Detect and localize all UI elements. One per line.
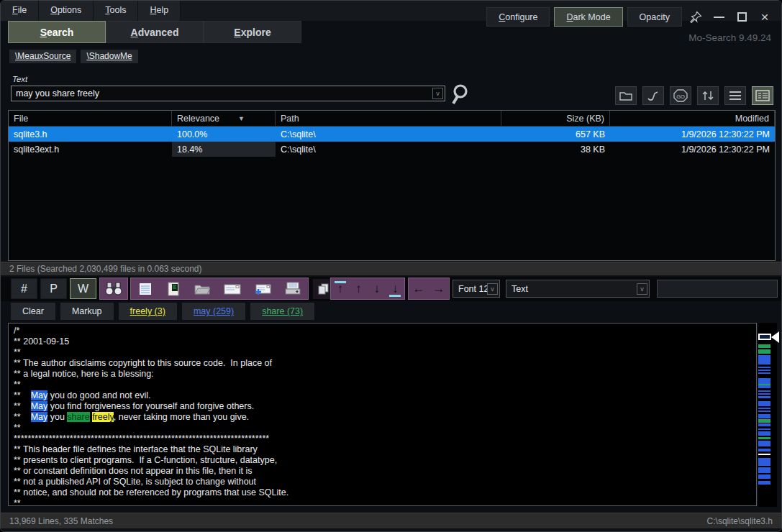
column-header-modified[interactable]: Modified	[610, 111, 775, 126]
code-text: ** presents to client programs. If a C-f…	[14, 455, 277, 465]
preview-toolbar: #PW ↑↑↓↓ ←→ Font 12 v Text v	[1, 277, 781, 301]
code-line: ** notice, and should not be referenced …	[14, 487, 756, 498]
minimap-segment	[758, 370, 770, 371]
preview-filter-input[interactable]	[657, 280, 778, 298]
maximize-icon	[737, 12, 747, 22]
minimap-segment	[758, 355, 770, 364]
menu-item-tools[interactable]: Tools	[94, 1, 138, 21]
match-tab-clear[interactable]: Clear	[11, 303, 55, 320]
view-type-value: Text	[506, 284, 637, 294]
menu-item-help[interactable]: Help	[138, 1, 181, 21]
minimize-button[interactable]	[709, 8, 728, 27]
column-header-file[interactable]: File	[9, 111, 172, 126]
minimap-segment	[758, 474, 770, 479]
svg-text:GO: GO	[676, 93, 685, 100]
dark-mode-label: ark Mode	[573, 12, 611, 22]
list-view-button[interactable]	[724, 86, 746, 105]
column-header-size-kb[interactable]: Size (KB)	[501, 111, 610, 126]
pin-icon[interactable]	[686, 8, 705, 27]
source-link-meauxsource[interactable]: \MeauxSource	[9, 50, 76, 63]
bottom-icon[interactable]: ↓	[387, 280, 403, 298]
text-mode-button-hash[interactable]: #	[11, 278, 37, 299]
minimap-segment	[758, 393, 770, 395]
sort-arrows-button[interactable]	[697, 86, 719, 105]
tab-advanced[interactable]: Advanced	[106, 21, 204, 43]
table-row[interactable]: sqlite3.h100.0%C:\sqlite\657 KB1/9/2026 …	[9, 127, 775, 142]
match-tab-markup[interactable]: Markup	[60, 303, 114, 320]
binoculars-button[interactable]	[99, 278, 128, 300]
details-view-button[interactable]	[752, 86, 773, 105]
left-icon[interactable]: ←	[411, 280, 427, 298]
search-button[interactable]	[450, 82, 474, 106]
top-icon[interactable]: ↑	[332, 280, 348, 298]
configure-button[interactable]: Configure	[486, 7, 550, 27]
maximize-button[interactable]	[732, 8, 751, 27]
minimap-segment	[758, 414, 770, 418]
opacity-button[interactable]: Opacity	[627, 7, 682, 27]
font-size-value: Font 12	[453, 284, 487, 294]
right-icon[interactable]: →	[431, 280, 447, 298]
dark-mode-button[interactable]: Dark Mode	[554, 7, 622, 27]
highlight-share: share	[67, 412, 89, 422]
folder-button[interactable]	[615, 86, 637, 105]
code-line: ** May you find forgiveness for yourself…	[14, 401, 756, 412]
tab-explore[interactable]: Explore	[204, 21, 301, 43]
code-line: ** The author disclaims copyright to thi…	[14, 358, 756, 369]
source-link-shadowme[interactable]: \ShadowMe	[81, 50, 137, 63]
source-doc-icon[interactable]	[166, 282, 181, 296]
down-icon[interactable]: ↓	[369, 280, 385, 298]
font-size-select[interactable]: Font 12 v	[453, 280, 500, 298]
code-text: /*	[14, 326, 19, 336]
pipe-button[interactable]	[642, 86, 664, 105]
table-row[interactable]: sqlite3ext.h18.4%C:\sqlite\38 KB1/9/2026…	[9, 142, 775, 157]
envelope-plus-icon[interactable]	[254, 283, 271, 295]
search-box: v	[11, 86, 445, 101]
code-text: **	[14, 401, 31, 411]
close-button[interactable]: ×	[755, 8, 774, 27]
cell-relevance: 100.0%	[172, 127, 276, 142]
search-field-label: Text	[12, 75, 27, 83]
match-tab-share[interactable]: share (73)	[250, 303, 314, 320]
details-view-icon	[755, 90, 770, 101]
envelope-icon[interactable]	[224, 283, 241, 295]
results-table: FileRelevance▼PathSize (KB)Modified sqli…	[8, 110, 776, 261]
configure-label: onfigure	[505, 12, 537, 22]
tab-search[interactable]: Search	[8, 21, 106, 43]
code-text: ** or constant definition does not appea…	[14, 466, 252, 476]
column-header-relevance[interactable]: Relevance▼	[172, 111, 276, 126]
go-button[interactable]: GO	[670, 86, 691, 105]
text-mode-button-p[interactable]: P	[40, 278, 67, 299]
menu-item-file[interactable]: File	[1, 1, 39, 21]
folder-open-icon[interactable]	[194, 283, 211, 295]
search-history-dropdown[interactable]: v	[432, 88, 443, 99]
code-text: **	[14, 390, 31, 400]
code-line: ** or constant definition does not appea…	[14, 466, 756, 477]
column-header-path[interactable]: Path	[276, 111, 501, 126]
cell-file: sqlite3.h	[9, 127, 172, 142]
lines-matches-text: 13,969 Lines, 335 Matches	[9, 516, 113, 526]
minimap-position-marker[interactable]	[758, 334, 771, 340]
code-line: **	[14, 347, 756, 358]
print-icon[interactable]	[284, 282, 301, 296]
match-tab-label: freely (3)	[130, 306, 165, 316]
minimap-segment	[758, 390, 770, 392]
code-text: ** not a published API of SQLite, is sub…	[14, 477, 256, 487]
code-line: ** May you share freely, never taking mo…	[14, 412, 756, 423]
match-tabs: ClearMarkupfreely (3)may (259)share (73)	[11, 303, 314, 320]
match-tab-freely[interactable]: freely (3)	[119, 303, 177, 320]
match-tab-may[interactable]: may (259)	[182, 303, 245, 320]
cell-relevance: 18.4%	[172, 142, 276, 157]
notes-icon[interactable]	[137, 282, 153, 296]
up-icon[interactable]: ↑	[350, 280, 366, 298]
code-text: you do good and not evil.	[47, 390, 150, 400]
code-line: ** This header file defines the interfac…	[14, 444, 756, 455]
match-minimap[interactable]	[758, 323, 777, 507]
minimap-segment	[758, 419, 770, 423]
preview-pane[interactable]: /*** 2001-09-15**** The author disclaims…	[8, 323, 757, 506]
search-input[interactable]	[12, 88, 432, 98]
view-type-select[interactable]: Text v	[506, 280, 650, 298]
current-file-path: C:\sqlite\sqlite3.h	[707, 516, 773, 526]
chevron-down-icon: v	[487, 283, 498, 295]
menu-item-options[interactable]: Options	[39, 1, 94, 21]
text-mode-button-w[interactable]: W	[70, 278, 96, 299]
